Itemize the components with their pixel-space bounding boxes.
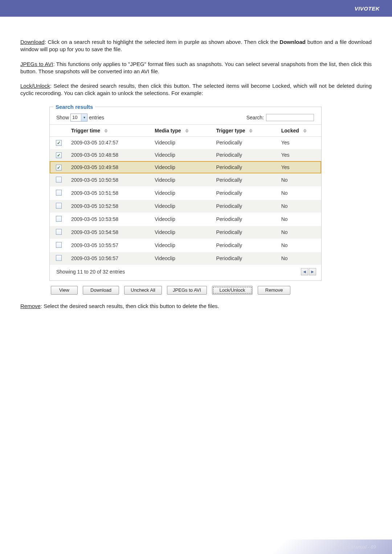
cell-trigger-type: Periodically [213, 136, 278, 149]
paragraph-download: Download: Click on a search result to hi… [20, 38, 372, 53]
results-table: Trigger time Media type Trigger type [50, 124, 321, 265]
show-label: Show [56, 115, 69, 120]
cell-locked: Yes [278, 136, 321, 149]
paragraph-remove: Remove: Select the desired search result… [20, 303, 372, 310]
sort-icon [303, 128, 307, 133]
table-row[interactable]: 2009-03-05 10:53:58VideoclipPeriodically… [50, 213, 321, 226]
table-row[interactable]: 2009-03-05 10:50:58VideoclipPeriodically… [50, 173, 321, 186]
remove-button[interactable]: Remove [258, 286, 290, 295]
cell-locked: No [278, 213, 321, 226]
cell-media-type: Videoclip [152, 186, 213, 200]
next-page-button[interactable]: ► [309, 268, 316, 275]
lock-unlock-button[interactable]: Lock/Unlock [212, 286, 253, 295]
cell-locked: No [278, 200, 321, 213]
cell-locked: No [278, 186, 321, 200]
term-lock-unlock: Lock/Unlock [20, 83, 50, 89]
cell-media-type: Videoclip [152, 200, 213, 213]
showing-status: Showing 11 to 20 of 32 entries [56, 269, 125, 275]
row-checkbox[interactable]: ✓ [56, 140, 62, 146]
entries-label: entries [89, 115, 104, 120]
jpegs-to-avi-button[interactable]: JPEGs to AVI [167, 286, 207, 295]
pager: ◄ ► [301, 268, 316, 275]
sort-icon [104, 128, 108, 133]
action-button-row: View Download Uncheck All JPEGs to AVI L… [49, 286, 322, 295]
cell-trigger-type: Periodically [213, 186, 278, 200]
row-checkbox[interactable] [56, 255, 62, 261]
view-button[interactable]: View [51, 286, 78, 295]
cell-trigger-type: Periodically [213, 213, 278, 226]
row-checkbox[interactable]: ✓ [56, 152, 62, 158]
row-checkbox[interactable] [56, 190, 62, 196]
cell-locked: Yes [278, 161, 321, 173]
cell-locked: Yes [278, 149, 321, 161]
table-row[interactable]: 2009-03-05 10:51:58VideoclipPeriodically… [50, 186, 321, 200]
panel-legend: Search results [53, 104, 95, 110]
col-media-type[interactable]: Media type [152, 124, 213, 136]
paragraph-jpegs-to-avi: JPEGs to AVI: This functions only applie… [20, 61, 372, 75]
paragraph-lock-unlock: Lock/Unlock: Select the desired search r… [20, 82, 372, 97]
cell-trigger-time: 2009-03-05 10:53:58 [68, 213, 152, 226]
col-checkbox [50, 124, 68, 136]
sort-icon [249, 128, 253, 133]
cell-trigger-time: 2009-03-05 10:49:58 [68, 161, 152, 173]
term-jpegs-to-avi: JPEGs to AVI [20, 61, 53, 67]
row-checkbox[interactable] [56, 229, 62, 235]
cell-trigger-type: Periodically [213, 226, 278, 239]
uncheck-all-button[interactable]: Uncheck All [124, 286, 162, 295]
cell-locked: No [278, 239, 321, 252]
prev-page-button[interactable]: ◄ [301, 268, 308, 275]
cell-trigger-time: 2009-03-05 10:47:57 [68, 136, 152, 149]
table-row[interactable]: ✓2009-03-05 10:47:57VideoclipPeriodicall… [50, 136, 321, 149]
cell-trigger-type: Periodically [213, 252, 278, 265]
table-row[interactable]: ✓2009-03-05 10:49:58VideoclipPeriodicall… [50, 161, 321, 173]
cell-trigger-time: 2009-03-05 10:55:57 [68, 239, 152, 252]
table-header-row: Trigger time Media type Trigger type [50, 124, 321, 136]
search-results-panel: Search results Show 10 ▾ entries Search: [49, 104, 322, 281]
table-row[interactable]: ✓2009-03-05 10:48:58VideoclipPeriodicall… [50, 149, 321, 161]
cell-trigger-time: 2009-03-05 10:48:58 [68, 149, 152, 161]
footer-text: User's Manual - 89 [336, 544, 376, 550]
brand-text: VIVOTEK [355, 5, 380, 12]
entries-select[interactable]: 10 ▾ [70, 114, 87, 122]
term-download: Download [20, 39, 45, 45]
cell-media-type: Videoclip [152, 213, 213, 226]
cell-trigger-time: 2009-03-05 10:50:58 [68, 173, 152, 186]
cell-trigger-type: Periodically [213, 149, 278, 161]
row-checkbox[interactable]: ✓ [56, 165, 62, 171]
col-trigger-time[interactable]: Trigger time [68, 124, 152, 136]
table-row[interactable]: 2009-03-05 10:52:58VideoclipPeriodically… [50, 200, 321, 213]
search-input[interactable] [266, 114, 314, 121]
col-locked[interactable]: Locked [278, 124, 321, 136]
chevron-down-icon: ▾ [81, 114, 87, 121]
sort-icon [185, 128, 189, 133]
table-row[interactable]: 2009-03-05 10:56:57VideoclipPeriodically… [50, 252, 321, 265]
cell-media-type: Videoclip [152, 239, 213, 252]
row-checkbox[interactable] [56, 216, 62, 222]
row-checkbox[interactable] [56, 242, 62, 248]
cell-media-type: Videoclip [152, 136, 213, 149]
table-row[interactable]: 2009-03-05 10:54:58VideoclipPeriodically… [50, 226, 321, 239]
search-label: Search: [246, 115, 264, 120]
download-button[interactable]: Download [83, 286, 119, 295]
row-checkbox[interactable] [56, 177, 62, 182]
search-group: Search: [246, 114, 314, 121]
row-checkbox[interactable] [56, 203, 62, 209]
cell-media-type: Videoclip [152, 226, 213, 239]
cell-trigger-type: Periodically [213, 239, 278, 252]
cell-media-type: Videoclip [152, 149, 213, 161]
cell-trigger-type: Periodically [213, 161, 278, 173]
entries-value: 10 [71, 115, 81, 120]
cell-media-type: Videoclip [152, 173, 213, 186]
cell-media-type: Videoclip [152, 252, 213, 265]
page-footer: User's Manual - 89 [0, 539, 392, 554]
cell-trigger-type: Periodically [213, 200, 278, 213]
cell-trigger-time: 2009-03-05 10:56:57 [68, 252, 152, 265]
header-bar: VIVOTEK [0, 0, 392, 17]
cell-locked: No [278, 173, 321, 186]
col-trigger-type[interactable]: Trigger type [213, 124, 278, 136]
table-row[interactable]: 2009-03-05 10:55:57VideoclipPeriodically… [50, 239, 321, 252]
cell-trigger-time: 2009-03-05 10:51:58 [68, 186, 152, 200]
entries-group: Show 10 ▾ entries [56, 114, 104, 122]
cell-trigger-time: 2009-03-05 10:54:58 [68, 226, 152, 239]
cell-locked: No [278, 252, 321, 265]
